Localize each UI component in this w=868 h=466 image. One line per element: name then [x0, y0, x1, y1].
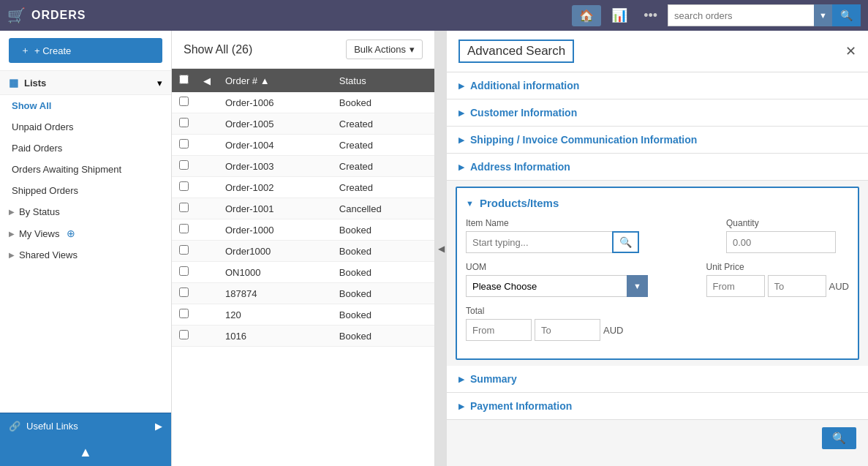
sidebar-item-unpaid-orders[interactable]: Unpaid Orders	[0, 116, 171, 138]
table-row[interactable]: Order-1003 Created	[172, 156, 434, 177]
search-input[interactable]	[668, 4, 814, 26]
table-row[interactable]: Order-1000 Booked	[172, 219, 434, 241]
products-items-label: Products/Items	[480, 197, 559, 209]
row-checkbox[interactable]	[179, 181, 189, 191]
table-row[interactable]: ON1000 Booked	[172, 262, 434, 283]
table-row[interactable]: 1016 Booked	[172, 326, 434, 347]
products-items-header[interactable]: ▼ Products/Items	[466, 197, 849, 209]
item-name-input[interactable]	[466, 231, 612, 253]
sidebar-section-shared-views[interactable]: ▶ Shared Views	[0, 244, 171, 266]
item-name-label: Item Name	[466, 218, 712, 228]
sidebar: ＋ + Create ▦ Lists ▾ Show All Unpaid Ord…	[0, 31, 172, 466]
sidebar-lists-header[interactable]: ▦ Lists ▾	[0, 70, 171, 95]
chart-button[interactable]: 📊	[605, 4, 633, 26]
sidebar-scroll-up-button[interactable]: ▲	[0, 439, 171, 466]
advanced-search-panel: Advanced Search ✕ ▶ Additional informati…	[447, 31, 868, 466]
row-checkbox[interactable]	[179, 139, 189, 149]
advanced-search-close-button[interactable]: ✕	[845, 43, 856, 59]
more-button[interactable]: •••	[638, 5, 663, 26]
sidebar-item-paid-orders[interactable]: Paid Orders	[0, 138, 171, 159]
row-checkbox[interactable]	[179, 160, 189, 170]
select-all-checkbox[interactable]	[179, 75, 189, 84]
search-go-button[interactable]: 🔍	[832, 4, 861, 26]
order-status: Booked	[332, 283, 434, 304]
table-row[interactable]: Order-1004 Created	[172, 135, 434, 156]
sidebar-section-by-status[interactable]: ▶ By Status	[0, 201, 171, 222]
table-row[interactable]: 187874 Booked	[172, 283, 434, 304]
table-row[interactable]: Order-1001 Cancelled	[172, 198, 434, 219]
create-icon: ＋	[20, 44, 30, 57]
quantity-input[interactable]	[726, 231, 836, 253]
order-status: Booked	[332, 304, 434, 326]
sidebar-item-show-all[interactable]: Show All	[0, 95, 171, 116]
row-checkbox[interactable]	[179, 118, 189, 127]
address-info-label: Address Information	[470, 161, 570, 173]
row-checkbox[interactable]	[179, 266, 189, 276]
order-id: Order-1005	[218, 113, 332, 135]
item-name-search-button[interactable]: 🔍	[612, 231, 639, 253]
order-status: Booked	[332, 326, 434, 347]
table-row[interactable]: Order1000 Booked	[172, 241, 434, 262]
table-row[interactable]: Order-1005 Created	[172, 113, 434, 135]
orders-table-scroll[interactable]: ◀ Order # ▲ Status Order-1006 Booked	[172, 69, 434, 466]
lists-label: Lists	[24, 78, 46, 89]
chevron-right-icon-5: ▶	[458, 375, 464, 384]
total-to-input[interactable]	[535, 319, 600, 341]
app-title: ORDERS	[31, 9, 86, 22]
total-from-input[interactable]	[466, 319, 532, 341]
chevron-right-icon-6: ▶	[458, 402, 464, 411]
adv-section-summary[interactable]: ▶ Summary	[447, 366, 868, 393]
order-id: Order-1003	[218, 156, 332, 177]
content-area: Show All (26) Bulk Actions ▾ ◀ Order # ▲…	[172, 31, 868, 466]
table-header: Show All (26) Bulk Actions ▾	[172, 31, 434, 69]
sidebar-section-my-views[interactable]: ▶ My Views ⊕	[0, 222, 171, 244]
bulk-actions-button[interactable]: Bulk Actions ▾	[346, 40, 423, 59]
orders-icon: 🛒	[7, 7, 26, 24]
top-nav-right: 🏠 📊 ••• ▼ 🔍	[572, 4, 861, 26]
add-view-icon[interactable]: ⊕	[67, 228, 75, 239]
unit-price-label: Unit Price	[706, 262, 849, 272]
adv-section-shipping-info[interactable]: ▶ Shipping / Invoice Communication Infor…	[447, 127, 868, 154]
collapse-arrow[interactable]: ◀	[435, 31, 447, 466]
summary-label: Summary	[470, 373, 517, 385]
sidebar-item-shipped-orders[interactable]: Shipped Orders	[0, 180, 171, 201]
order-status: Created	[332, 135, 434, 156]
uom-select[interactable]: Please Choose	[466, 275, 627, 297]
shipping-info-label: Shipping / Invoice Communication Informa…	[470, 134, 697, 146]
uom-dropdown-arrow-icon[interactable]: ▼	[627, 275, 648, 297]
row-checkbox[interactable]	[179, 330, 189, 339]
unit-price-from-input[interactable]	[706, 275, 765, 297]
order-status: Created	[332, 156, 434, 177]
table-row[interactable]: Order-1006 Booked	[172, 92, 434, 113]
home-button[interactable]: 🏠	[572, 5, 601, 26]
link-icon: 🔗	[9, 421, 20, 432]
bulk-actions-arrow-icon: ▾	[410, 44, 415, 55]
main-layout: ＋ + Create ▦ Lists ▾ Show All Unpaid Ord…	[0, 31, 868, 466]
lists-icon: ▦	[9, 77, 18, 89]
order-status: Created	[332, 113, 434, 135]
adv-section-address-info[interactable]: ▶ Address Information	[447, 154, 868, 181]
row-checkbox[interactable]	[179, 245, 189, 255]
table-row[interactable]: 120 Booked	[172, 304, 434, 326]
order-status: Booked	[332, 92, 434, 113]
customer-info-label: Customer Information	[470, 107, 577, 119]
unit-price-field: Unit Price AUD	[706, 262, 849, 297]
table-row[interactable]: Order-1002 Created	[172, 177, 434, 198]
adv-section-additional-info[interactable]: ▶ Additional information	[447, 72, 868, 99]
order-id: 187874	[218, 283, 332, 304]
order-id: Order-1002	[218, 177, 332, 198]
create-button[interactable]: ＋ + Create	[9, 38, 162, 63]
sidebar-item-orders-awaiting-shipment[interactable]: Orders Awaiting Shipment	[0, 159, 171, 180]
row-checkbox[interactable]	[179, 97, 189, 106]
search-dropdown-button[interactable]: ▼	[814, 4, 832, 26]
row-checkbox[interactable]	[179, 288, 189, 297]
total-field: Total AUD	[466, 306, 623, 341]
row-checkbox[interactable]	[179, 203, 189, 212]
adv-section-payment-info[interactable]: ▶ Payment Information	[447, 393, 868, 420]
row-checkbox[interactable]	[179, 309, 189, 318]
advanced-search-go-button[interactable]: 🔍	[822, 427, 856, 449]
adv-section-customer-info[interactable]: ▶ Customer Information	[447, 99, 868, 127]
unit-price-to-input[interactable]	[768, 275, 826, 297]
row-checkbox[interactable]	[179, 224, 189, 233]
sidebar-useful-links[interactable]: 🔗 Useful Links ▶	[0, 413, 171, 439]
